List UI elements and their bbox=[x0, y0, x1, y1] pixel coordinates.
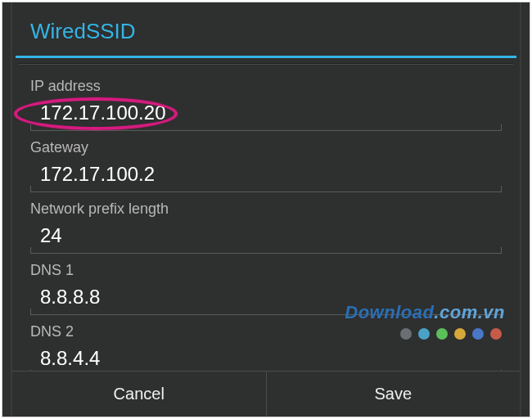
input-ip-address[interactable] bbox=[30, 98, 502, 131]
input-wrap bbox=[30, 98, 502, 131]
label-gateway: Gateway bbox=[30, 139, 502, 156]
input-gateway[interactable] bbox=[30, 160, 502, 192]
dialog-content: IP address Gateway Network prefix length bbox=[12, 68, 520, 371]
dialog-button-bar: Cancel Save bbox=[12, 371, 520, 417]
field-ip-address: IP address bbox=[30, 78, 502, 131]
dialog-title-bar: WiredSSID bbox=[12, 2, 520, 56]
divider bbox=[19, 63, 513, 65]
field-dns2: DNS 2 bbox=[30, 323, 502, 371]
app-frame: WiredSSID IP address Gateway Network bbox=[2, 2, 530, 417]
title-underline bbox=[16, 56, 516, 58]
label-prefix-length: Network prefix length bbox=[30, 200, 502, 218]
input-underline bbox=[30, 191, 502, 192]
input-wrap bbox=[30, 282, 502, 315]
input-wrap bbox=[30, 160, 502, 192]
cancel-button[interactable]: Cancel bbox=[12, 372, 266, 417]
input-wrap bbox=[30, 221, 502, 254]
input-dns2[interactable] bbox=[30, 344, 502, 371]
field-gateway: Gateway bbox=[30, 139, 502, 192]
dialog-title: WiredSSID bbox=[30, 19, 502, 44]
input-underline bbox=[30, 314, 502, 315]
input-prefix-length[interactable] bbox=[30, 221, 502, 254]
field-prefix-length: Network prefix length bbox=[30, 200, 502, 254]
input-wrap bbox=[30, 344, 502, 371]
wifi-config-dialog: WiredSSID IP address Gateway Network bbox=[11, 2, 521, 417]
input-dns1[interactable] bbox=[30, 282, 502, 315]
input-underline bbox=[30, 253, 502, 254]
label-dns1: DNS 1 bbox=[30, 262, 502, 279]
label-ip-address: IP address bbox=[30, 78, 502, 95]
input-underline bbox=[30, 130, 502, 131]
field-dns1: DNS 1 bbox=[30, 262, 502, 315]
save-button[interactable]: Save bbox=[266, 372, 521, 417]
label-dns2: DNS 2 bbox=[30, 323, 502, 340]
